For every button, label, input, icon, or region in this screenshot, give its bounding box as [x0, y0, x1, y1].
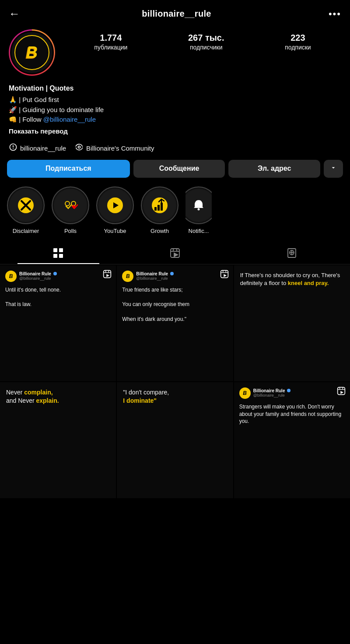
highlight-disclaimer[interactable]: Disclaimer: [7, 187, 45, 234]
post-handle-1: @billionaire__rule: [19, 276, 57, 281]
stat-posts[interactable]: 1.774 публикации: [94, 33, 127, 51]
highlight-label-growth: Growth: [150, 228, 169, 234]
post-item[interactable]: B Billionaire Rule @billionaire__rule Tr…: [117, 265, 233, 381]
show-translation-button[interactable]: Показать перевод: [9, 127, 341, 135]
post-item[interactable]: Never complain,and Never explain.: [0, 382, 116, 498]
polls-icon: [62, 197, 79, 214]
highlight-ring-growth: [141, 187, 178, 224]
svg-rect-19: [59, 248, 63, 252]
post-username-block-2: Billionaire Rule @billionaire__rule: [136, 271, 174, 281]
post-content-1: B Billionaire Rule @billionaire__rule Un…: [0, 265, 116, 381]
grid-tab-icon: [52, 247, 64, 259]
post-header-1: B Billionaire Rule @billionaire__rule: [5, 271, 111, 282]
avatar-ring: B: [9, 29, 55, 76]
svg-point-17: [198, 208, 200, 210]
highlight-label-polls: Polls: [64, 228, 77, 234]
more-button[interactable]: [324, 160, 343, 178]
stats-section: 1.774 публикации 267 тыс. подписчики 223…: [64, 29, 341, 51]
highlight-inner-youtube: [98, 189, 132, 222]
bio-display-name: Motivation | Quotes: [9, 84, 341, 92]
bio-profile-link[interactable]: @billionaire__rule: [43, 116, 96, 123]
highlight-label-disclaimer: Disclaimer: [13, 228, 39, 234]
highlight-polls[interactable]: Polls: [52, 187, 89, 234]
post-content-3: If There's no shoulder to cry on, There'…: [234, 265, 350, 381]
stat-following[interactable]: 223 подписки: [285, 33, 311, 51]
bio-section: Motivation | Quotes 🙏 | Put God first 🚀 …: [0, 83, 350, 139]
subscribe-button[interactable]: Подписаться: [7, 160, 130, 178]
highlight-ring-polls: [52, 187, 89, 224]
reel-icon-6: [337, 387, 346, 398]
message-button[interactable]: Сообщение: [133, 160, 225, 178]
avatar-wrapper[interactable]: B: [9, 29, 55, 76]
youtube-icon: [106, 197, 124, 214]
tab-reels[interactable]: [117, 241, 234, 264]
highlight-ring-youtube: [96, 187, 134, 224]
tab-tagged[interactable]: [233, 241, 350, 264]
email-button[interactable]: Эл. адрес: [228, 160, 320, 178]
highlight-youtube[interactable]: YouTube: [96, 187, 134, 234]
post-username-2: Billionaire Rule: [136, 271, 174, 276]
camera-icon: [75, 143, 84, 154]
back-button[interactable]: ←: [9, 7, 24, 21]
highlight-label-youtube: YouTube: [104, 228, 126, 234]
post-text-1: Until it's done, tell none.That is law.: [5, 286, 111, 376]
followers-count: 267 тыс.: [188, 33, 224, 43]
post-avatar-6: B: [239, 387, 251, 399]
post-header-6: B Billionaire Rule @billionaire__rule: [239, 387, 345, 399]
more-options-button[interactable]: •••: [329, 8, 341, 20]
highlight-notifications[interactable]: Notific...: [186, 187, 212, 234]
avatar-inner: B: [10, 31, 54, 74]
threads-link-2[interactable]: Billionaire's Community: [75, 143, 154, 154]
highlight-ring-notifications: [186, 187, 212, 224]
highlights-container: Disclaimer Polls: [0, 187, 350, 234]
highlight-inner-growth: [143, 189, 176, 222]
svg-rect-21: [59, 254, 63, 258]
highlight-ring-disclaimer: [7, 187, 45, 224]
post-content-2: B Billionaire Rule @billionaire__rule Tr…: [117, 265, 233, 381]
highlight-inner-disclaimer: [9, 189, 42, 222]
community-link: Billionaire's Community: [86, 144, 154, 152]
post-content-5: "I don't compare,I dominate": [117, 382, 233, 498]
verified-badge-2: [170, 272, 174, 275]
posts-count: 1.774: [100, 33, 122, 43]
svg-point-0: [78, 146, 80, 148]
tagged-tab-icon: [286, 247, 298, 259]
post-item[interactable]: B Billionaire Rule @billionaire__rule Un…: [0, 265, 116, 381]
post-username-6: Billionaire Rule: [253, 388, 291, 393]
post-item[interactable]: "I don't compare,I dominate": [117, 382, 233, 498]
post-text-3: If There's no shoulder to cry on, There'…: [240, 271, 344, 375]
svg-marker-40: [224, 274, 227, 277]
post-text-2: True friends are like stars;You can only…: [122, 286, 228, 376]
post-highlight-5: I dominate": [123, 397, 157, 404]
notifications-icon: [190, 197, 207, 214]
post-item[interactable]: B Billionaire Rule @billionaire__rule St…: [234, 382, 350, 498]
verified-badge-1: [53, 272, 57, 275]
post-avatar-1: B: [5, 271, 17, 282]
tabs-section: [0, 241, 350, 264]
highlight-inner-notifications: [186, 189, 212, 222]
profile-section: B 1.774 публикации 267 тыс. подписчики 2…: [0, 26, 350, 83]
post-header-2: B Billionaire Rule @billionaire__rule: [122, 271, 228, 282]
posts-grid: B Billionaire Rule @billionaire__rule Un…: [0, 265, 350, 499]
post-highlight-4b: explain.: [36, 397, 59, 404]
post-username-1: Billionaire Rule: [19, 271, 57, 276]
post-item[interactable]: If There's no shoulder to cry on, There'…: [234, 265, 350, 381]
tab-grid[interactable]: [0, 241, 117, 264]
svg-marker-26: [174, 253, 178, 257]
post-highlight-4a: complain,: [24, 389, 52, 396]
svg-rect-12: [154, 207, 157, 211]
reel-icon-2: [220, 270, 229, 281]
story-highlights: Disclaimer Polls: [0, 187, 350, 241]
highlight-growth[interactable]: Growth: [141, 187, 178, 234]
profile-username-header: billionaire__rule: [142, 9, 211, 19]
threads-link-1[interactable]: billionaire__rule: [9, 143, 66, 154]
highlight-label-notifications: Notific...: [189, 228, 209, 234]
reels-tab-icon: [169, 247, 181, 259]
svg-rect-13: [158, 205, 160, 211]
bio-line-1: 🙏 | Put God first: [9, 95, 341, 105]
post-text-5: "I don't compare,I dominate": [123, 388, 227, 492]
post-content-6: B Billionaire Rule @billionaire__rule St…: [234, 382, 350, 498]
stat-followers[interactable]: 267 тыс. подписчики: [188, 33, 224, 51]
post-handle-2: @billionaire__rule: [136, 276, 174, 281]
svg-rect-20: [53, 254, 57, 258]
